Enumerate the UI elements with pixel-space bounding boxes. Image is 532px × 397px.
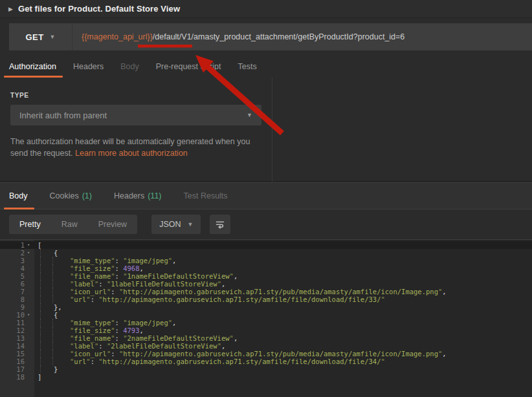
tab-label: Headers <box>114 191 144 200</box>
response-tab-cookies[interactable]: Cookies(1) <box>50 183 92 209</box>
url-input[interactable]: {{magento_api_url}}/default/V1/amasty_pr… <box>72 23 532 50</box>
postman-window: ▶ Get files for Product. Default Store V… <box>0 0 532 397</box>
auth-type-value: Inherit auth from parent <box>19 111 107 120</box>
format-value: JSON <box>159 220 181 229</box>
wrap-text-button[interactable] <box>210 215 230 234</box>
view-mode-preview[interactable]: Preview <box>88 215 137 234</box>
tab-pre-request-script[interactable]: Pre-request Script <box>156 55 221 78</box>
indent-guide <box>52 334 53 342</box>
auth-type-dropdown[interactable]: Inherit auth from parent ▼ <box>10 105 261 125</box>
code-line: 16"url": "http://apimagento.gabrusevich.… <box>0 358 532 365</box>
code-line: 14"label": "2labelFileDefaultStoreView", <box>0 342 532 350</box>
learn-more-link[interactable]: Learn more about authorization <box>75 149 188 158</box>
code-line: 17} <box>0 365 532 373</box>
code-line: 10▾{ <box>0 311 532 319</box>
url-environment-variable: {{magento_api_url}} <box>82 32 153 41</box>
tab-label: Cookies <box>50 191 79 200</box>
tab-label: Authorization <box>9 62 56 71</box>
line-number: 17 <box>0 365 25 373</box>
indent-guide <box>40 288 41 295</box>
code-line: 5"file_name": "1nameFileDefaultStoreView… <box>0 272 532 280</box>
code-text: "url": "http://apimagento.gabrusevich.ap… <box>70 358 385 365</box>
method-selector[interactable]: GET ▼ <box>9 23 72 50</box>
auth-description: The authorization header will be automat… <box>10 136 267 159</box>
line-number: 2 <box>0 249 25 257</box>
tab-count-badge: (11) <box>148 191 161 200</box>
response-tab-test-results[interactable]: Test Results <box>184 183 228 209</box>
format-dropdown[interactable]: JSON ▼ <box>151 215 201 234</box>
code-text: "icon_url": "http://apimagento.gabrusevi… <box>70 350 447 358</box>
code-text: "file_size": 4968, <box>70 264 144 272</box>
authorization-settings: TYPE Inherit auth from parent ▼ The auth… <box>0 78 272 182</box>
line-number: 15 <box>0 350 25 358</box>
tab-tests[interactable]: Tests <box>238 55 256 78</box>
indent-guide <box>40 350 41 358</box>
indent-guide <box>40 342 41 350</box>
indent-guide <box>40 334 41 342</box>
chevron-down-icon: ▼ <box>187 221 193 228</box>
code-text: "url": "http://apimagento.gabrusevich.ap… <box>70 295 385 303</box>
code-text: "icon_url": "http://apimagento.gabrusevi… <box>70 288 447 295</box>
tab-headers[interactable]: Headers <box>73 55 104 78</box>
line-number: 13 <box>0 334 25 342</box>
code-line: 2▾{ <box>0 249 532 257</box>
code-text: { <box>54 249 58 257</box>
tab-authorization[interactable]: Authorization <box>9 55 56 78</box>
line-number: 12 <box>0 327 25 334</box>
code-line: 6"label": "1labelFileDefaultStoreView", <box>0 280 532 288</box>
response-tab-body[interactable]: Body <box>9 183 28 209</box>
indent-guide <box>52 264 53 272</box>
indent-guide <box>52 280 53 288</box>
code-text: [ <box>38 241 41 249</box>
tab-body[interactable]: Body <box>120 55 139 78</box>
code-line: 1▾[ <box>0 241 532 249</box>
url-path: /default/V1/amasty_product_attachment/ge… <box>153 32 405 41</box>
indent-guide <box>52 319 53 327</box>
fold-toggle-icon[interactable]: ▾ <box>27 311 30 319</box>
code-text: "label": "1labelFileDefaultStoreView", <box>70 280 225 288</box>
indent-guide <box>52 257 53 264</box>
tab-label: Headers <box>73 62 104 71</box>
url-bar: GET ▼ {{magento_api_url}}/default/V1/ama… <box>9 23 532 50</box>
fold-toggle-icon[interactable]: ▾ <box>27 249 30 257</box>
indent-guide <box>52 272 53 280</box>
chevron-down-icon: ▼ <box>50 34 56 40</box>
request-tabs: AuthorizationHeadersBodyPre-request Scri… <box>0 55 532 78</box>
line-number: 8 <box>0 295 25 303</box>
code-text: "mime_type": "image/jpeg", <box>70 257 176 264</box>
code-line: 3"mime_type": "image/jpeg", <box>0 257 532 264</box>
response-view-bar: PrettyRawPreview JSON ▼ <box>0 209 532 239</box>
fold-toggle-icon[interactable]: ▾ <box>27 241 30 249</box>
request-title-bar[interactable]: ▶ Get files for Product. Default Store V… <box>0 0 532 18</box>
line-number: 1 <box>0 241 25 249</box>
tab-label: Tests <box>238 62 256 71</box>
code-text: "file_size": 4793, <box>70 327 144 334</box>
line-number: 7 <box>0 288 25 295</box>
indent-guide <box>40 327 41 334</box>
wrap-text-icon <box>215 219 225 230</box>
method-label: GET <box>26 32 44 42</box>
code-line: 4"file_size": 4968, <box>0 264 532 272</box>
indent-guide <box>52 327 53 334</box>
view-mode-raw[interactable]: Raw <box>51 215 88 234</box>
line-number: 5 <box>0 272 25 280</box>
collapse-triangle-icon[interactable]: ▶ <box>8 6 13 12</box>
view-mode-pretty[interactable]: Pretty <box>9 215 51 234</box>
indent-guide <box>40 264 41 272</box>
code-line: 18] <box>0 373 532 381</box>
code-text: { <box>54 311 58 319</box>
line-number: 14 <box>0 342 25 350</box>
view-mode-group: PrettyRawPreview <box>9 215 137 234</box>
code-line: 13"file_name": "2nameFileDefaultStoreVie… <box>0 334 532 342</box>
indent-guide <box>52 295 53 303</box>
response-tab-headers[interactable]: Headers(11) <box>114 183 162 209</box>
tab-label: Body <box>120 62 139 71</box>
request-title: Get files for Product. Default Store Vie… <box>18 4 180 14</box>
indent-guide <box>52 342 53 350</box>
code-text: "file_name": "1nameFileDefaultStoreView"… <box>70 272 238 280</box>
tab-label: Test Results <box>184 191 228 200</box>
code-line: 15"icon_url": "http://apimagento.gabruse… <box>0 350 532 358</box>
response-body-editor[interactable]: 1▾[2▾{3"mime_type": "image/jpeg",4"file_… <box>0 239 532 397</box>
line-number: 18 <box>0 373 25 381</box>
code-line: 11"mime_type": "image/jpeg", <box>0 319 532 327</box>
